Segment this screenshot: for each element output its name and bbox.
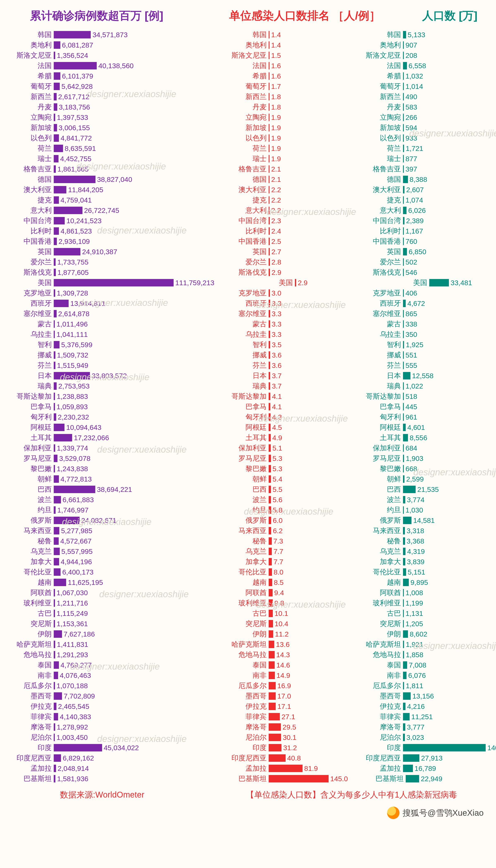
pop-value: 2,607 — [404, 186, 424, 194]
cases-bar-wrap: 33,803,572 — [54, 372, 188, 380]
chart-titles: 累计确诊病例数超百万 [例] 单位感染人口数排名 ［人/例］ 人口数 [万] — [6, 8, 490, 24]
pop-bar-wrap: 4,216 — [403, 702, 490, 711]
pop-bar-wrap: 1,858 — [403, 651, 490, 659]
country-label: 匈牙利 — [345, 412, 403, 422]
pop-bar-wrap: 8,556 — [403, 434, 490, 442]
ratio-value: 4.1 — [270, 392, 282, 401]
pop-value: 518 — [404, 392, 417, 401]
pop-bar-wrap: 594 — [403, 124, 490, 132]
cases-cell: 芬兰1,515,949 — [6, 361, 188, 370]
country-label: 立陶宛 — [188, 113, 269, 122]
cases-bar — [54, 775, 56, 782]
cases-bar-wrap: 6,400,173 — [54, 568, 188, 576]
data-row: 古巴1,115,249古巴10.1古巴1,131 — [6, 608, 490, 619]
data-row: 斯洛文尼亚1,356,524斯洛文尼亚1.5斯洛文尼亚208 — [6, 50, 490, 61]
country-label: 加拿大 — [345, 557, 403, 567]
ratio-bar-wrap: 3.6 — [269, 361, 345, 370]
country-label: 斯洛伐克 — [6, 268, 54, 277]
cases-bar — [54, 351, 56, 359]
ratio-bar-wrap: 2.1 — [269, 165, 345, 173]
ratio-value: 1.9 — [269, 113, 281, 122]
cases-bar-wrap: 1,041,111 — [54, 330, 188, 339]
ratio-cell: 马来西亚6.2 — [188, 526, 345, 536]
ratio-cell: 伊拉克17.1 — [188, 702, 345, 711]
cases-bar-wrap: 10,241,523 — [54, 217, 188, 225]
pop-bar-wrap: 865 — [403, 310, 490, 318]
country-label: 阿联酋 — [188, 588, 269, 598]
credit-block: 搜狐号@雪鸮XueXiao — [387, 807, 484, 819]
country-label: 荷兰 — [188, 144, 269, 153]
cases-bar-wrap: 3,183,756 — [54, 103, 188, 111]
country-label: 智利 — [188, 340, 269, 350]
cases-bar — [54, 114, 55, 121]
cases-cell: 秘鲁4,572,667 — [6, 536, 188, 546]
country-label: 格鲁吉亚 — [188, 164, 269, 174]
data-row: 丹麦3,183,756丹麦1.8丹麦583 — [6, 102, 490, 112]
country-label: 捷克 — [6, 195, 54, 205]
ratio-value: 1.4 — [269, 41, 281, 49]
ratio-value: 14.9 — [275, 671, 290, 680]
country-label: 挪威 — [188, 350, 269, 360]
pop-value: 3,774 — [405, 496, 424, 504]
ratio-bar — [269, 672, 275, 679]
cases-value: 3,006,155 — [57, 124, 90, 132]
ratio-value: 2.8 — [270, 258, 281, 266]
pop-bar-wrap: 22,949 — [406, 775, 490, 783]
pop-bar-wrap: 555 — [403, 361, 490, 370]
ratio-bar — [269, 620, 273, 627]
cases-bar — [54, 176, 95, 183]
country-label: 比利时 — [188, 226, 269, 236]
cases-bar — [54, 475, 59, 483]
country-label: 挪威 — [6, 350, 54, 360]
country-label: 斯洛文尼亚 — [188, 51, 269, 60]
country-label: 奥地利 — [6, 40, 54, 50]
cases-bar — [54, 227, 59, 235]
pop-cell: 塞尔维亚865 — [345, 309, 490, 319]
cases-cell: 保加利亚1,339,774 — [6, 443, 188, 453]
pop-value: 865 — [404, 310, 417, 318]
cases-bar — [54, 341, 60, 348]
cases-cell: 捷克4,759,041 — [6, 195, 188, 205]
cases-value: 5,277,985 — [59, 527, 92, 535]
cases-bar-wrap: 2,936,109 — [54, 237, 188, 246]
country-label: 印度 — [188, 743, 269, 753]
ratio-value: 5.3 — [271, 454, 282, 463]
ratio-cell: 斯洛文尼亚1.5 — [188, 51, 345, 60]
cases-cell: 哥伦比亚6,400,173 — [6, 567, 188, 577]
pop-value: 760 — [404, 237, 417, 246]
country-label: 蒙古 — [6, 319, 54, 329]
pop-cell: 美国33,481 — [371, 278, 490, 288]
pop-cell: 哥斯达黎加518 — [345, 392, 490, 401]
cases-cell: 印度尼西亚6,829,162 — [6, 753, 188, 763]
country-label: 危地马拉 — [188, 650, 269, 660]
cases-value: 6,400,173 — [61, 568, 93, 576]
ratio-cell: 爱尔兰2.8 — [188, 257, 345, 267]
country-label: 秘鲁 — [345, 536, 403, 546]
pop-cell: 斯洛文尼亚208 — [345, 51, 490, 60]
cases-bar-wrap: 5,376,599 — [54, 341, 188, 349]
cases-value: 5,642,928 — [60, 82, 93, 91]
ratio-bar-wrap: 7.7 — [269, 547, 345, 556]
cases-value: 1,070,188 — [55, 682, 88, 690]
pop-bar-wrap: 1,022 — [403, 382, 490, 390]
cases-cell: 美国111,759,213 — [6, 278, 214, 288]
cases-value: 40,138,560 — [97, 62, 134, 70]
data-row: 巴拿马1,059,893巴拿马4.1巴拿马445 — [6, 402, 490, 412]
pop-cell: 澳大利亚2,607 — [345, 185, 490, 195]
ratio-cell: 波兰5.6 — [188, 495, 345, 505]
data-row: 加拿大4,944,196加拿大7.7加拿大3,839 — [6, 557, 490, 567]
cases-bar-wrap: 1,278,992 — [54, 723, 188, 731]
data-row: 乌拉圭1,041,111乌拉圭3.3乌拉圭350 — [6, 329, 490, 340]
sohu-logo-icon — [387, 807, 400, 819]
ratio-bar-wrap: 2.4 — [269, 227, 345, 235]
country-label: 新加坡 — [188, 123, 269, 133]
cases-bar — [54, 134, 59, 142]
cases-value: 1,515,949 — [56, 361, 88, 370]
pop-value: 877 — [404, 155, 417, 163]
data-row: 孟加拉2,048,914孟加拉81.9孟加拉16,789 — [6, 763, 490, 774]
cases-bar-wrap: 17,232,066 — [54, 434, 188, 442]
country-label: 玻利维亚 — [188, 598, 269, 608]
country-label: 南非 — [6, 671, 54, 680]
pop-bar — [403, 548, 405, 555]
cases-cell: 危地马拉1,291,293 — [6, 650, 188, 660]
